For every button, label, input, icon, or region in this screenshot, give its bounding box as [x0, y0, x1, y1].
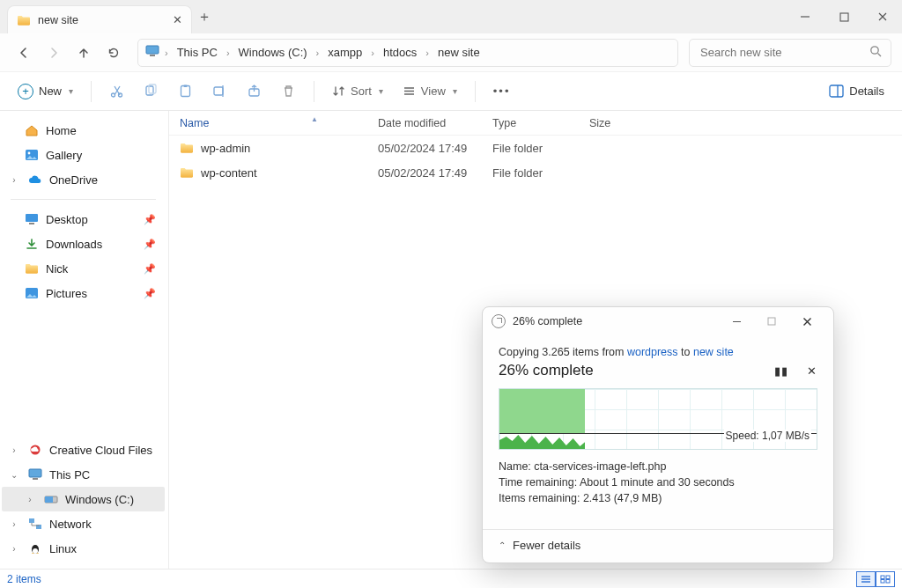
new-button[interactable]: + New ▾	[11, 78, 80, 105]
nav-home[interactable]: Home	[2, 118, 165, 143]
sort-asc-icon: ▲	[311, 115, 318, 123]
chevron-right-icon[interactable]: ›	[23, 495, 37, 504]
file-type: File folder	[482, 142, 579, 155]
details-pane-button[interactable]: Details	[822, 78, 891, 105]
up-button[interactable]	[70, 40, 97, 66]
window-close-button[interactable]	[863, 0, 902, 33]
sort-button[interactable]: Sort ▾	[325, 78, 390, 105]
chevron-right-icon[interactable]: ›	[7, 519, 21, 529]
file-name: wp-content	[201, 166, 257, 180]
chevron-right-icon[interactable]: ›	[314, 48, 322, 58]
chevron-right-icon[interactable]: ›	[7, 544, 21, 554]
new-tab-button[interactable]: ＋	[192, 8, 217, 26]
nav-onedrive-label: OneDrive	[49, 173, 98, 187]
overflow-button[interactable]: •••	[486, 78, 518, 105]
nav-user-folder[interactable]: Nick 📌	[2, 256, 165, 281]
nav-linux[interactable]: › Linux	[2, 536, 165, 561]
dialog-title: 26% complete	[513, 315, 582, 327]
table-row[interactable]: wp-content 05/02/2024 17:49 File folder	[169, 160, 902, 185]
gallery-icon	[25, 149, 39, 161]
svg-rect-1	[146, 46, 159, 54]
back-button[interactable]	[11, 40, 37, 66]
view-button[interactable]: View ▾	[396, 78, 464, 105]
tab-close-button[interactable]: ✕	[173, 13, 182, 26]
svg-point-5	[119, 93, 122, 97]
tab-active[interactable]: new site ✕	[7, 5, 192, 33]
paste-button[interactable]	[171, 78, 200, 105]
desktop-icon	[25, 213, 39, 225]
ellipsis-icon: •••	[493, 85, 511, 98]
crumb-htdocs[interactable]: htdocs	[380, 46, 420, 59]
search-input[interactable]	[699, 45, 869, 60]
cut-button[interactable]	[102, 78, 131, 105]
svg-rect-30	[881, 579, 884, 583]
chevron-down-icon[interactable]: ⌄	[7, 470, 21, 480]
dialog-src-link[interactable]: wordpress	[627, 346, 678, 358]
nav-drive-c-label: Windows (C:)	[65, 493, 134, 506]
speed-curve	[499, 428, 585, 449]
svg-point-4	[112, 93, 115, 97]
chevron-right-icon[interactable]: ›	[163, 48, 170, 58]
folder-icon	[180, 142, 194, 154]
column-headers[interactable]: Name▲ Date modified Type Size	[169, 111, 902, 136]
dialog-titlebar[interactable]: 26% complete	[483, 307, 833, 335]
disk-icon	[44, 493, 58, 505]
nav-desktop[interactable]: Desktop 📌	[2, 207, 165, 232]
chevron-up-icon: ⌃	[499, 540, 506, 550]
nav-pictures[interactable]: Pictures 📌	[2, 281, 165, 305]
fewer-details-button[interactable]: ⌃ Fewer details	[483, 530, 833, 562]
dialog-maximize-button[interactable]	[754, 307, 789, 335]
breadcrumb[interactable]: › This PC › Windows (C:) › xampp › htdoc…	[137, 39, 678, 67]
window-maximize-button[interactable]	[824, 0, 863, 33]
file-name: wp-admin	[201, 142, 250, 155]
nav-drive-c[interactable]: › Windows (C:)	[2, 487, 165, 511]
dialog-pause-button[interactable]: ▮▮	[774, 364, 788, 378]
nav-network[interactable]: › Network	[2, 511, 165, 536]
rename-button[interactable]	[205, 78, 234, 105]
col-size[interactable]: Size	[589, 117, 610, 129]
chevron-right-icon[interactable]: ›	[424, 48, 431, 58]
chevron-right-icon[interactable]: ›	[369, 48, 376, 58]
svg-rect-8	[181, 86, 190, 97]
svg-rect-9	[184, 85, 188, 88]
forward-button[interactable]	[41, 40, 67, 66]
command-bar: + New ▾ Sort ▾ View ▾ ••• Details	[0, 72, 902, 111]
linux-icon	[28, 542, 42, 555]
view-icons-toggle[interactable]	[876, 571, 895, 587]
clock-icon	[492, 314, 506, 328]
window-minimize-button[interactable]	[786, 0, 824, 33]
col-name[interactable]: Name	[180, 117, 209, 129]
delete-button[interactable]	[274, 78, 303, 105]
nav-gallery[interactable]: Gallery	[2, 143, 165, 167]
share-button[interactable]	[240, 78, 269, 105]
chevron-right-icon[interactable]: ›	[7, 175, 21, 185]
chevron-right-icon[interactable]: ›	[225, 48, 232, 58]
copy-button[interactable]	[137, 78, 166, 105]
svg-rect-19	[29, 469, 41, 477]
crumb-current[interactable]: new site	[434, 46, 484, 59]
crumb-drive[interactable]: Windows (C:)	[235, 46, 311, 59]
refresh-button[interactable]	[100, 40, 127, 66]
nav-this-pc[interactable]: ⌄ This PC	[2, 462, 165, 487]
nav-downloads[interactable]: Downloads 📌	[2, 232, 165, 256]
crumb-xampp[interactable]: xampp	[324, 46, 366, 59]
dialog-cancel-button[interactable]: ✕	[807, 364, 817, 378]
col-date[interactable]: Date modified	[378, 117, 446, 129]
sort-label: Sort	[351, 85, 372, 98]
nav-onedrive[interactable]: › OneDrive	[2, 167, 165, 192]
dialog-close-button[interactable]	[789, 307, 824, 335]
separator	[314, 81, 314, 102]
nav-creative-cloud[interactable]: › Creative Cloud Files	[2, 437, 165, 462]
status-text: 2 items	[7, 573, 41, 585]
table-row[interactable]: wp-admin 05/02/2024 17:49 File folder	[169, 136, 902, 160]
col-type[interactable]: Type	[492, 117, 516, 129]
chevron-right-icon[interactable]: ›	[7, 445, 21, 455]
view-details-toggle[interactable]	[856, 571, 876, 587]
svg-rect-12	[830, 85, 843, 97]
nav-divider	[11, 199, 156, 200]
crumb-this-pc[interactable]: This PC	[174, 46, 221, 59]
chevron-down-icon: ▾	[453, 86, 457, 96]
dialog-minimize-button[interactable]	[719, 307, 754, 335]
dialog-dst-link[interactable]: new site	[693, 346, 734, 358]
search-box[interactable]	[689, 39, 891, 67]
